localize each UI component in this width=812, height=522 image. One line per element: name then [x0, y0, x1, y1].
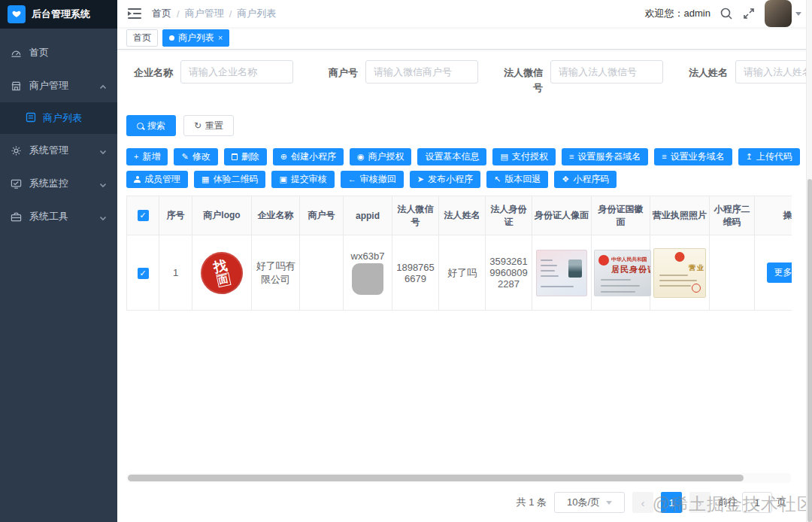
- hamburger-icon[interactable]: [128, 8, 141, 19]
- horizontal-scrollbar: [126, 473, 792, 483]
- trial-qrcode-button[interactable]: ▦体验二维码: [194, 171, 265, 188]
- set-basic-info-button[interactable]: 设置基本信息: [417, 148, 486, 165]
- horizontal-scrollbar-thumb[interactable]: [128, 475, 744, 481]
- jump-page-input[interactable]: [742, 492, 772, 513]
- sidebar-menu: 首页 商户管理 商户列表 系统管理: [0, 29, 117, 233]
- red-seal-icon: [692, 284, 701, 293]
- plus-icon: +: [134, 153, 138, 161]
- sidebar-item-system-management[interactable]: 系统管理: [0, 134, 117, 167]
- member-management-button[interactable]: 成员管理: [126, 171, 188, 188]
- sidebar-item-label: 系统管理: [29, 144, 68, 157]
- app-logo[interactable]: 后台管理系统: [0, 0, 117, 29]
- breadcrumb-merchant-list: 商户列表: [237, 7, 276, 20]
- search-icon[interactable]: [720, 7, 733, 20]
- select-all-cell: ✓: [127, 196, 159, 235]
- national-emblem-icon: [598, 255, 609, 266]
- legal-wechat-input[interactable]: [550, 60, 663, 83]
- merchant-table: ✓ 序号 商户logo 企业名称 商户号 appid 法人微信号 法人姓名 法人…: [126, 196, 792, 311]
- toolbar-row-1: +新增 ✎修改 删除 ⊕创建小程序 ◉商户授权 设置基本信息 ▤支付授权 ≡设置…: [126, 148, 812, 165]
- merchant-logo-image: 找 面: [197, 247, 247, 297]
- paper-plane-icon: ➤: [417, 175, 424, 184]
- form-group-company: 企业名称: [126, 60, 293, 83]
- legal-name-label: 法人姓名: [681, 60, 728, 80]
- more-actions-button[interactable]: 更多操作: [767, 263, 792, 283]
- caret-down-icon: [795, 12, 801, 16]
- trash-icon: [232, 153, 238, 160]
- sidebar-item-label: 系统监控: [29, 177, 68, 190]
- tab-merchant-list[interactable]: 商户列表 ×: [162, 29, 229, 47]
- select-all-checkbox[interactable]: ✓: [138, 210, 149, 221]
- col-merchant-no: 商户号: [300, 196, 344, 235]
- id-card-front-image[interactable]: [536, 250, 587, 296]
- close-icon[interactable]: ×: [218, 34, 223, 42]
- vertical-scrollbar: [806, 0, 812, 522]
- chevron-down-icon: [99, 213, 107, 220]
- sidebar-item-merchant-management[interactable]: 商户管理: [0, 69, 117, 102]
- upload-code-button[interactable]: ↥上传代码: [738, 148, 800, 165]
- fullscreen-icon[interactable]: [742, 7, 756, 20]
- table-row: ✓ 1 找 面 好了吗有限公司: [127, 235, 792, 311]
- reset-button[interactable]: ↻ 重置: [183, 115, 234, 136]
- col-license: 营业执照照片: [650, 196, 710, 235]
- create-miniprogram-button[interactable]: ⊕创建小程序: [273, 148, 344, 165]
- business-license-image[interactable]: 营业执照: [653, 248, 706, 298]
- row-index: 1: [159, 235, 192, 311]
- withdraw-review-button[interactable]: ←审核撤回: [341, 171, 404, 188]
- payment-auth-button[interactable]: ▤支付授权: [492, 148, 555, 165]
- row-id-back-cell: 中华人民共和国 居民身份证: [592, 235, 650, 311]
- topbar: 首页 / 商户管理 / 商户列表 欢迎您：admin: [117, 0, 812, 27]
- set-server-domain-button[interactable]: ≡设置服务器域名: [562, 148, 648, 165]
- row-checkbox[interactable]: ✓: [138, 268, 149, 279]
- page-1-button[interactable]: 1: [661, 492, 682, 513]
- merchant-auth-button[interactable]: ◉商户授权: [350, 148, 412, 165]
- set-business-domain-button[interactable]: ≡设置业务域名: [654, 148, 732, 165]
- app-title: 后台管理系统: [32, 8, 90, 21]
- sidebar-item-system-monitor[interactable]: 系统监控: [0, 167, 117, 200]
- publish-miniprogram-button[interactable]: ➤发布小程序: [410, 171, 480, 188]
- main-area: 首页 / 商户管理 / 商户列表 欢迎您：admin: [117, 0, 812, 522]
- active-dot-icon: [169, 35, 174, 41]
- prev-page-button[interactable]: ‹: [632, 492, 653, 513]
- breadcrumb-home[interactable]: 首页: [152, 7, 171, 20]
- legal-name-input[interactable]: [735, 60, 812, 83]
- company-name-input[interactable]: [180, 60, 293, 83]
- form-buttons: 搜索 ↻ 重置: [126, 115, 812, 136]
- refresh-icon: ↻: [194, 120, 201, 131]
- search-button[interactable]: 搜索: [126, 115, 176, 136]
- qr-icon: ▦: [201, 175, 209, 184]
- sidebar-item-label: 商户列表: [43, 111, 82, 125]
- version-rollback-button[interactable]: ↖版本回退: [486, 171, 548, 188]
- breadcrumb: 首页 / 商户管理 / 商户列表: [152, 7, 276, 20]
- avatar[interactable]: [765, 0, 792, 27]
- edit-button[interactable]: ✎修改: [174, 148, 217, 165]
- app-window: 后台管理系统 首页 商户管理: [0, 0, 812, 522]
- submit-review-button[interactable]: ▣提交审核: [271, 171, 334, 188]
- sidebar-item-label: 系统工具: [29, 210, 68, 223]
- merchant-no-label: 商户号: [311, 60, 358, 80]
- delete-button[interactable]: 删除: [224, 148, 267, 165]
- bank-card-icon: ▤: [500, 153, 508, 161]
- sidebar-item-merchant-list[interactable]: 商户列表: [0, 102, 117, 134]
- row-legal-id: 359326199608092287: [486, 235, 532, 311]
- row-legal-wechat: 18987656679: [392, 235, 439, 311]
- toolbar-row-2: 成员管理 ▦体验二维码 ▣提交审核 ←审核撤回 ➤发布小程序 ↖版本回退 ❖小程…: [126, 171, 812, 188]
- vertical-scrollbar-thumb[interactable]: [807, 179, 812, 522]
- appid-gray-blob: [352, 263, 383, 295]
- id-card-back-image[interactable]: 中华人民共和国 居民身份证: [594, 250, 651, 296]
- row-license-cell: 营业执照: [650, 235, 710, 311]
- miniprogram-code-button[interactable]: ❖小程序码: [554, 171, 617, 188]
- sidebar-item-home[interactable]: 首页: [0, 36, 117, 69]
- tab-home[interactable]: 首页: [126, 29, 158, 47]
- chevron-up-icon: [99, 82, 107, 90]
- page-size-select[interactable]: 10条/页: [554, 492, 625, 513]
- add-button[interactable]: +新增: [126, 148, 168, 165]
- sidebar-item-system-tools[interactable]: 系统工具: [0, 200, 117, 233]
- row-merchant-no: [300, 235, 344, 311]
- jump-suffix: 页: [777, 496, 786, 509]
- row-appid: wx63b7: [351, 250, 385, 262]
- user-menu[interactable]: [765, 0, 801, 27]
- edit-icon: ✎: [181, 153, 188, 161]
- next-page-button[interactable]: ›: [689, 492, 710, 513]
- company-name-label: 企业名称: [126, 60, 173, 80]
- merchant-no-input[interactable]: [365, 60, 478, 83]
